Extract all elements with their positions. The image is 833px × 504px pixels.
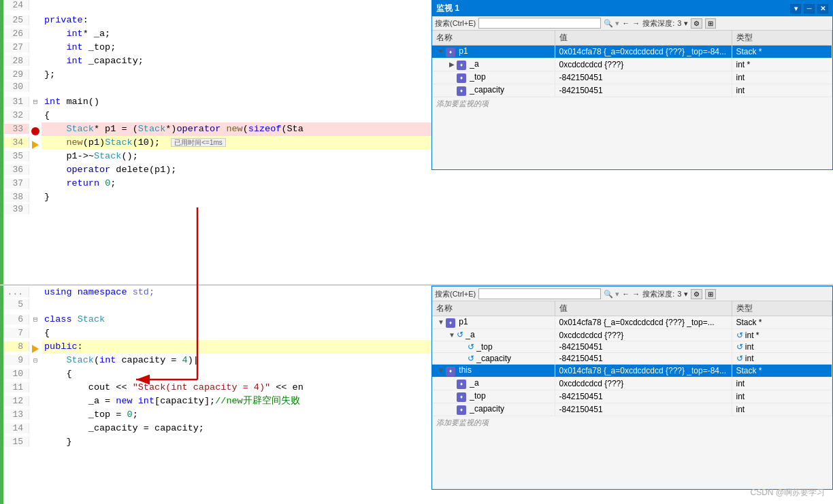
var-icon: ♦: [457, 392, 466, 402]
var-icon: ♦: [457, 380, 466, 389]
code-line-38: 38 }: [3, 190, 431, 204]
watch-row-b-cap[interactable]: ↺ _capacity -842150451 ↺ int: [432, 353, 832, 365]
top-section: 24 25 private: 26 int* _a; 27 int _t: [0, 0, 833, 286]
watch-settings-btn-bottom[interactable]: ⚙: [691, 289, 702, 299]
add-watch-top[interactable]: 添加要监视的项: [432, 97, 832, 110]
code-line-37: 37 return 0;: [3, 177, 431, 190]
var-icon: ♦: [457, 86, 466, 96]
code-line-10: 10 {: [3, 367, 431, 381]
watch-close-btn[interactable]: ✕: [817, 4, 828, 14]
code-line-30: 30: [3, 82, 431, 95]
col-value: 值: [555, 31, 732, 46]
expand-icon[interactable]: ▶: [447, 60, 457, 69]
code-line-7: 7 {: [3, 326, 431, 340]
watch-expand-btn[interactable]: ⊞: [705, 18, 716, 29]
var-icon: ♦: [457, 73, 466, 83]
watch-panel-top: 监视 1 ▾ ─ ✕ 搜索(Ctrl+E) 🔍 ▾ ← → 搜索深度: 3 ▾ …: [431, 0, 833, 170]
code-line-32: 32 {: [3, 109, 431, 122]
watch-row-b-top[interactable]: ↺ _top -842150451 ↺ int: [432, 341, 832, 353]
var-icon: ♦: [446, 48, 455, 57]
col-type-b: 类型: [732, 301, 832, 316]
code-line-28: 28 int _capacity;: [3, 54, 431, 68]
var-icon: ♦: [457, 61, 466, 70]
var-icon: ♦: [457, 405, 466, 415]
watch-expand-btn-bottom[interactable]: ⊞: [705, 289, 716, 299]
search-depth-label-bottom: 搜索深度:: [642, 289, 674, 299]
watch-minimize-btn[interactable]: ─: [804, 4, 815, 14]
code-line-11: 11 cout << "Stack(int capacity = 4)" << …: [3, 381, 431, 394]
watch-row-capacity[interactable]: ♦ _capacity -842150451 int: [432, 84, 832, 97]
watch-row-p1[interactable]: ▼♦ p1 0x014cfa78 {_a=0xcdcdcdcd {???} _t…: [432, 46, 832, 58]
watch-settings-btn[interactable]: ⚙: [691, 18, 702, 29]
watch-pin-btn[interactable]: ▾: [790, 4, 801, 14]
watch-title-text: 监视 1: [436, 3, 459, 14]
code-line-36: 36 operator delete(p1);: [3, 163, 431, 177]
watch-toolbar-top: 搜索(Ctrl+E) 🔍 ▾ ← → 搜索深度: 3 ▾ ⚙ ⊞: [432, 16, 832, 31]
watch-panel-bottom: 搜索(Ctrl+E) 🔍 ▾ ← → 搜索深度: 3 ▾ ⚙ ⊞ 名称 值: [431, 286, 833, 490]
code-line-34: 34 new(p1)Stack(10); 已用时间<=1ms: [3, 136, 431, 150]
watch-row-b-this[interactable]: ▼♦ this 0x014cfa78 {_a=0xcdcdcdcd {???} …: [432, 365, 832, 377]
code-line-13: 13 _top = 0;: [3, 408, 431, 422]
code-line-26: 26 int* _a;: [3, 27, 431, 41]
var-icon: ♦: [446, 318, 455, 328]
watch-row-b-a[interactable]: ▼↺ _a 0xcdcdcdcd {???} ↺ int *: [432, 329, 832, 341]
search-depth-label: 搜索深度:: [642, 18, 674, 29]
watch-search-label-bottom: 搜索(Ctrl+E): [435, 289, 476, 299]
expand-icon[interactable]: ▼: [436, 366, 446, 375]
var-icon: ♦: [446, 367, 455, 376]
watch-row-b-this-a[interactable]: ♦ _a 0xcdcdcdcd {???} int: [432, 377, 832, 390]
code-line-8: 8 public:: [3, 340, 431, 354]
code-line-9: 9 ⊟ Stack(int capacity = 4)|: [3, 354, 431, 367]
main-container: 24 25 private: 26 int* _a; 27 int _t: [0, 0, 833, 504]
code-line-12: 12 _a = new int[capacity];//new开辟空间失败: [3, 394, 431, 408]
watch-row-top[interactable]: ♦ _top -842150451 int: [432, 71, 832, 84]
top-code-panel: 24 25 private: 26 int* _a; 27 int _t: [3, 0, 431, 284]
code-line-39: 39: [3, 204, 431, 218]
code-line-15: 15 }: [3, 435, 431, 449]
add-watch-bottom[interactable]: 添加要监视的项: [432, 416, 832, 429]
expand-icon[interactable]: ▼: [436, 318, 446, 327]
code-line-27: 27 int _top;: [3, 41, 431, 54]
watch-table-bottom: 名称 值 类型 ▼♦ p1 0x014cfa78 {_a=0xcdcdcdcd …: [432, 301, 832, 489]
watch-row-b-p1[interactable]: ▼♦ p1 0x014cfa78 {_a=0xcdcdcdcd {???} _t…: [432, 316, 832, 329]
col-value-b: 值: [555, 301, 732, 316]
col-type: 类型: [732, 31, 832, 46]
expand-icon[interactable]: ▼: [447, 331, 457, 340]
code-line-dots: ... using namespace std;: [3, 286, 431, 299]
watch-toolbar-bottom: 搜索(Ctrl+E) 🔍 ▾ ← → 搜索深度: 3 ▾ ⚙ ⊞: [432, 286, 832, 301]
expand-icon[interactable]: ▼: [436, 47, 446, 56]
col-name: 名称: [432, 31, 555, 46]
watch-search-input-top[interactable]: [478, 18, 601, 29]
watch-search-label: 搜索(Ctrl+E): [435, 18, 476, 29]
time-badge: 已用时间<=1ms: [171, 138, 226, 147]
watch-title-controls: ▾ ─ ✕: [790, 4, 828, 14]
watch-table-top: 名称 值 类型 ▼♦ p1 0x014cfa78 {_a=0xcdcdcdcd …: [432, 31, 832, 169]
code-line-35: 35 p1->~Stack();: [3, 150, 431, 163]
watch-title-bar: 监视 1 ▾ ─ ✕: [432, 1, 832, 16]
code-line-5: 5: [3, 299, 431, 313]
watch-row-b-this-cap[interactable]: ♦ _capacity -842150451 int: [432, 403, 832, 416]
code-line-14: 14 _capacity = capacity;: [3, 422, 431, 435]
code-line-33: 33 Stack* p1 = (Stack*)operator new(size…: [3, 122, 431, 136]
bottom-section: ... using namespace std; 5 6 ⊟ class Sta…: [0, 286, 833, 504]
code-line-6: 6 ⊟ class Stack: [3, 313, 431, 326]
watermark: CSDN @啊苏要学习: [750, 487, 825, 499]
col-name-b: 名称: [432, 301, 555, 316]
watch-search-input-bottom[interactable]: [478, 288, 601, 299]
bottom-code-panel: ... using namespace std; 5 6 ⊟ class Sta…: [3, 286, 431, 504]
code-line-24: 24: [3, 0, 431, 14]
watch-row-a[interactable]: ▶♦ _a 0xcdcdcdcd {???} int *: [432, 58, 832, 71]
watch-row-b-this-top[interactable]: ♦ _top -842150451 int: [432, 390, 832, 403]
code-line-31: 31 ⊟ int main(): [3, 95, 431, 109]
code-line-25: 25 private:: [3, 14, 431, 27]
code-line-29: 29 };: [3, 68, 431, 82]
